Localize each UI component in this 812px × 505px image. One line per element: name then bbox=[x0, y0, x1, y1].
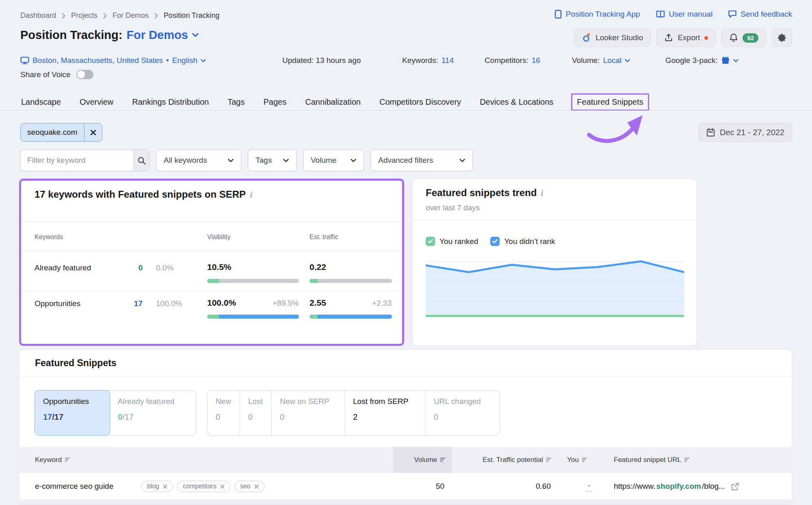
legend-you-ranked[interactable]: You ranked bbox=[426, 237, 478, 246]
divider bbox=[21, 250, 402, 251]
user-manual-link[interactable]: User manual bbox=[656, 10, 713, 19]
th-you[interactable]: You bbox=[567, 447, 587, 473]
tab-already-featured[interactable]: Already featured 0/17 bbox=[110, 391, 196, 435]
keyword-cell[interactable]: e-commerce seo guide bbox=[35, 473, 113, 500]
trend-legend: You ranked You didn’t rank bbox=[426, 237, 555, 246]
th-featured-snippet-url[interactable]: Featured snippet URL bbox=[614, 447, 690, 473]
trend-chart[interactable] bbox=[426, 258, 684, 319]
remove-tag-icon[interactable] bbox=[163, 484, 167, 489]
tab-overview[interactable]: Overview bbox=[79, 95, 114, 110]
export-button[interactable]: Export bbox=[656, 28, 716, 47]
summary-row-label: Opportunities bbox=[35, 299, 80, 308]
chevron-down-icon bbox=[201, 59, 206, 63]
legend-you-didnt-rank[interactable]: You didn’t rank bbox=[490, 237, 555, 246]
tag-pill[interactable]: competitors bbox=[177, 481, 230, 492]
calendar-icon bbox=[706, 128, 715, 137]
table-header: Keyword Volume Est. Traffic potential Yo… bbox=[19, 447, 792, 473]
snippet-url-cell[interactable]: https://www.shopify.com/blog... bbox=[614, 473, 739, 500]
trend-panel-title: Featured snippets trend i bbox=[426, 187, 543, 199]
th-traffic-potential[interactable]: Est. Traffic potential bbox=[458, 447, 552, 473]
checkbox-checked-icon[interactable] bbox=[490, 237, 500, 246]
tab-cannibalization[interactable]: Cannibalization bbox=[304, 95, 362, 110]
tab-tags[interactable]: Tags bbox=[227, 95, 245, 110]
tag-pill[interactable]: blog bbox=[141, 481, 173, 492]
export-icon bbox=[664, 33, 673, 42]
chevron-right-icon bbox=[154, 13, 158, 19]
chevron-down-icon bbox=[625, 59, 630, 63]
sort-icon[interactable] bbox=[582, 458, 587, 462]
position-tracking-app-link[interactable]: Position Tracking App bbox=[554, 10, 640, 19]
th-volume[interactable]: Volume bbox=[393, 447, 446, 473]
snippet-type-tabs: Opportunities 17/17 Already featured 0/1… bbox=[35, 390, 196, 436]
tab-devices-locations[interactable]: Devices & Locations bbox=[479, 95, 554, 110]
breadcrumb-position-tracking: Position Tracking bbox=[164, 11, 219, 20]
chevron-right-icon bbox=[62, 13, 65, 19]
you-cell[interactable]: - bbox=[586, 473, 592, 500]
bar-green-cap bbox=[207, 279, 219, 283]
page-title-prefix: Position Tracking: bbox=[20, 28, 122, 42]
project-selector[interactable]: For Demos bbox=[126, 28, 188, 42]
summary-row-count[interactable]: 0 bbox=[129, 263, 143, 272]
breadcrumb-dashboard[interactable]: Dashboard bbox=[20, 11, 56, 20]
send-feedback-link[interactable]: Send feedback bbox=[728, 10, 792, 19]
all-keywords-dropdown[interactable]: All keywords bbox=[156, 149, 241, 171]
tab-new[interactable]: New 0 bbox=[208, 391, 240, 435]
external-link-icon[interactable] bbox=[731, 482, 739, 491]
tags-dropdown[interactable]: Tags bbox=[248, 149, 297, 171]
domain-chip-label: seoquake.com bbox=[21, 128, 84, 137]
tab-rankings-distribution[interactable]: Rankings Distribution bbox=[131, 95, 210, 110]
tab-competitors-discovery[interactable]: Competitors Discovery bbox=[379, 95, 462, 110]
volume-dropdown[interactable]: Volume bbox=[303, 149, 364, 171]
remove-tag-icon[interactable] bbox=[254, 484, 259, 489]
column-header-keywords: Keywords bbox=[35, 233, 63, 241]
toolbar: Looker Studio Export 92 bbox=[574, 28, 792, 47]
tab-new-on-serp[interactable]: New on SERP 0 bbox=[272, 391, 345, 435]
table-row[interactable]: e-commerce seo guide blog competitors se… bbox=[19, 473, 792, 500]
keyword-filter-input[interactable] bbox=[21, 150, 133, 171]
divider bbox=[413, 220, 696, 220]
tab-opportunities[interactable]: Opportunities 17/17 bbox=[35, 390, 110, 436]
th-keyword[interactable]: Keyword bbox=[35, 447, 70, 473]
keywords-count-link[interactable]: 114 bbox=[442, 56, 454, 65]
chevron-down-icon[interactable] bbox=[192, 33, 199, 37]
sort-icon[interactable] bbox=[440, 458, 446, 462]
sort-icon[interactable] bbox=[65, 458, 70, 462]
remove-domain-chip-button[interactable] bbox=[84, 123, 102, 141]
competitors-count-link[interactable]: 16 bbox=[532, 56, 540, 65]
chevron-down-icon bbox=[733, 59, 738, 63]
sort-icon[interactable] bbox=[684, 458, 690, 462]
summary-row-count[interactable]: 17 bbox=[129, 299, 143, 308]
tab-landscape[interactable]: Landscape bbox=[20, 95, 62, 110]
sort-icon[interactable] bbox=[546, 458, 552, 462]
advanced-filters-dropdown[interactable]: Advanced filters bbox=[370, 149, 473, 171]
tab-pages[interactable]: Pages bbox=[262, 95, 287, 110]
checkbox-checked-icon[interactable] bbox=[426, 237, 435, 246]
visibility-delta: +89.5% bbox=[253, 299, 299, 308]
share-of-voice-label: Share of Voice bbox=[20, 70, 71, 79]
volume-selector[interactable]: Volume: Local bbox=[572, 54, 630, 67]
notifications-button[interactable]: 92 bbox=[721, 28, 766, 47]
chevron-down-icon bbox=[351, 159, 356, 162]
looker-studio-button[interactable]: Looker Studio bbox=[574, 28, 651, 47]
chevron-down-icon bbox=[459, 159, 465, 162]
filter-bar: All keywords Tags Volume Advanced filter… bbox=[20, 149, 473, 171]
remove-tag-icon[interactable] bbox=[220, 484, 225, 489]
date-range-picker[interactable]: Dec 21 - 27, 2022 bbox=[699, 123, 792, 142]
google-3pack-selector[interactable]: Google 3-pack: bbox=[665, 54, 738, 67]
info-icon[interactable]: i bbox=[250, 190, 252, 200]
settings-button[interactable] bbox=[772, 28, 792, 47]
tab-url-changed[interactable]: URL changed 0 bbox=[426, 391, 500, 435]
competitors-count: Competitors: 16 bbox=[485, 54, 540, 67]
report-tabs: Landscape Overview Rankings Distribution… bbox=[20, 93, 649, 110]
tag-pill[interactable]: seo bbox=[234, 481, 264, 492]
volume-cell: 50 bbox=[393, 473, 444, 500]
tab-lost-from-serp[interactable]: Lost from SERP 2 bbox=[345, 391, 426, 435]
share-of-voice-toggle[interactable] bbox=[76, 70, 93, 79]
info-icon[interactable]: i bbox=[541, 189, 543, 198]
tab-featured-snippets[interactable]: Featured Snippets bbox=[571, 93, 649, 111]
breadcrumb-projects[interactable]: Projects bbox=[71, 11, 97, 20]
location-language-selector[interactable]: Boston, Massachusetts, United States • E… bbox=[20, 54, 206, 67]
search-button[interactable] bbox=[133, 150, 149, 171]
breadcrumb-for-demos[interactable]: For Demos bbox=[113, 11, 149, 20]
tab-lost[interactable]: Lost 0 bbox=[240, 391, 272, 435]
